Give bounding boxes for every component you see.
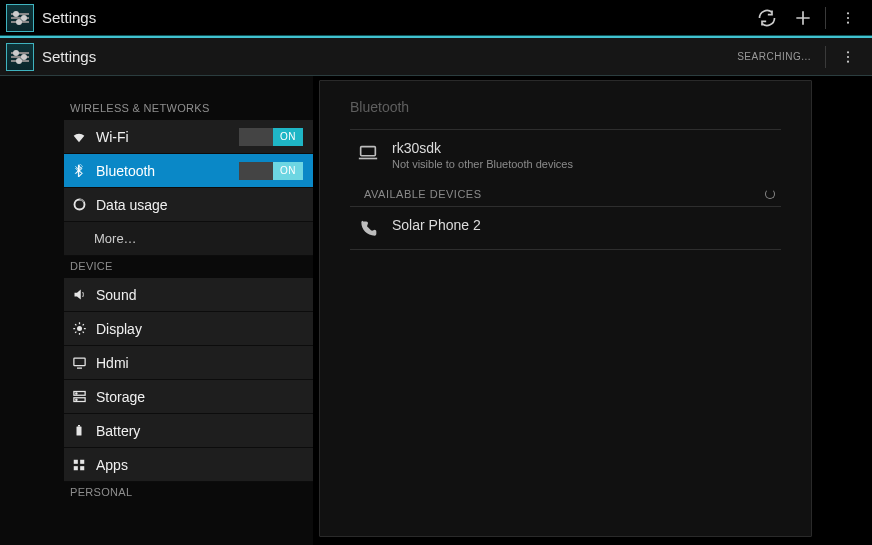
section-header-personal: PERSONAL [64,482,313,504]
main-content: WIRELESS & NETWORKS Wi-Fi ON Bluetooth O… [0,76,872,545]
app-actionbar-title: Settings [42,48,96,65]
svg-point-4 [847,55,849,57]
sidebar-item-label: More… [94,231,137,246]
detail-title: Bluetooth [350,99,781,115]
divider [350,249,781,250]
svg-point-1 [847,16,849,18]
storage-icon [70,389,88,404]
svg-rect-13 [77,427,82,436]
this-device-row[interactable]: rk30sdk Not visible to other Bluetooth d… [350,130,781,180]
sidebar-item-label: Storage [96,389,145,405]
system-actionbar: Settings [0,0,872,36]
bluetooth-toggle[interactable]: ON [239,162,303,180]
overflow-menu-icon-2[interactable] [830,39,866,75]
wifi-icon [70,129,88,145]
svg-rect-19 [361,147,376,156]
available-device-row[interactable]: Solar Phone 2 [350,207,781,249]
sidebar-item-battery[interactable]: Battery [64,414,313,448]
sidebar-item-label: Hdmi [96,355,129,371]
settings-sidebar: WIRELESS & NETWORKS Wi-Fi ON Bluetooth O… [0,76,313,545]
app-actionbar: Settings SEARCHING... [0,38,872,76]
svg-point-3 [847,51,849,53]
svg-point-2 [847,21,849,23]
svg-point-11 [75,393,76,394]
wifi-toggle[interactable]: ON [239,128,303,146]
this-device-visibility: Not visible to other Bluetooth devices [392,158,573,170]
laptop-icon [354,140,382,164]
section-header-wireless: WIRELESS & NETWORKS [64,98,313,120]
sidebar-item-bluetooth[interactable]: Bluetooth ON [64,154,313,188]
svg-point-7 [77,326,82,331]
overflow-menu-icon[interactable] [830,0,866,36]
phone-icon [354,217,382,239]
sidebar-item-display[interactable]: Display [64,312,313,346]
sidebar-item-more[interactable]: More… [64,222,313,256]
settings-app-icon[interactable] [6,4,34,32]
sidebar-item-label: Bluetooth [96,163,155,179]
display-icon [70,321,88,336]
svg-rect-18 [80,466,84,470]
search-status: SEARCHING... [737,51,811,62]
sidebar-item-apps[interactable]: Apps [64,448,313,482]
sidebar-item-label: Battery [96,423,140,439]
sidebar-item-sound[interactable]: Sound [64,278,313,312]
scanning-spinner-icon [765,189,775,199]
available-devices-header: AVAILABLE DEVICES [350,180,781,206]
section-header-device: DEVICE [64,256,313,278]
sidebar-item-datausage[interactable]: Data usage [64,188,313,222]
svg-rect-15 [74,459,78,463]
refresh-icon[interactable] [749,0,785,36]
this-device-name: rk30sdk [392,140,573,156]
sound-icon [70,287,88,302]
hdmi-icon [70,355,88,370]
bluetooth-detail-panel: Bluetooth rk30sdk Not visible to other B… [319,80,812,537]
sidebar-item-label: Display [96,321,142,337]
sidebar-item-label: Wi-Fi [96,129,129,145]
add-icon[interactable] [785,0,821,36]
battery-icon [70,423,88,438]
svg-point-12 [75,399,76,400]
svg-rect-17 [74,466,78,470]
svg-point-0 [847,12,849,14]
svg-point-5 [847,60,849,62]
apps-icon [70,458,88,472]
sidebar-item-storage[interactable]: Storage [64,380,313,414]
svg-rect-14 [78,425,80,427]
svg-rect-8 [73,358,84,366]
settings-app-icon-small[interactable] [6,43,34,71]
svg-rect-16 [80,459,84,463]
available-device-name: Solar Phone 2 [392,217,481,233]
data-usage-icon [70,197,88,212]
sidebar-item-label: Data usage [96,197,168,213]
system-actionbar-title: Settings [42,9,96,26]
sidebar-item-label: Sound [96,287,136,303]
sidebar-item-hdmi[interactable]: Hdmi [64,346,313,380]
bluetooth-icon [70,164,88,178]
sidebar-item-wifi[interactable]: Wi-Fi ON [64,120,313,154]
sidebar-item-label: Apps [96,457,128,473]
